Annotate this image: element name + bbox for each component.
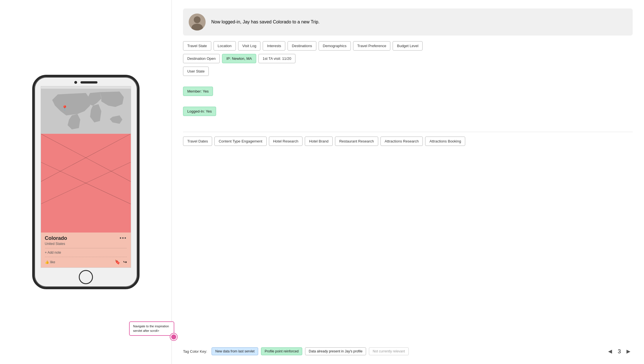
svg-point-9 xyxy=(192,24,203,30)
tags-row-2: Destination OpenIP: Newton, MA1st TA vis… xyxy=(183,54,633,63)
tag-1st-ta-visit:-11/20[interactable]: 1st TA visit: 11/20 xyxy=(258,54,295,63)
notification-bar: Now logged-in, Jay has saved Colorado to… xyxy=(183,8,633,36)
notification-text: Now logged-in, Jay has saved Colorado to… xyxy=(211,19,319,25)
phone-map-area: 📍 xyxy=(41,89,131,134)
user-state-tag-logged-in-yes[interactable]: Logged-In: Yes xyxy=(183,107,216,116)
phone-camera-icon xyxy=(74,81,77,84)
bookmark-icon[interactable]: 🔖 xyxy=(115,259,120,265)
tab-hotel-brand[interactable]: Hotel Brand xyxy=(305,137,333,146)
tag-location[interactable]: Location xyxy=(214,41,236,51)
page-number: 3 xyxy=(618,348,621,355)
prev-button[interactable]: ◀ xyxy=(606,347,614,356)
phone-menu-dots[interactable]: ••• xyxy=(120,235,127,241)
next-button[interactable]: ▶ xyxy=(624,347,633,356)
right-panel: Now logged-in, Jay has saved Colorado to… xyxy=(172,0,644,364)
phone-info-area: Colorado ••• United States + Add note 👍 … xyxy=(41,233,131,267)
phone-like-btn[interactable]: 👍 like xyxy=(45,260,55,264)
footer-key-not-relevant: Not currently relevant xyxy=(369,347,408,355)
tab-content-type-engagement[interactable]: Content Type Engagement xyxy=(214,137,266,146)
tab-restaurant-research[interactable]: Restaurant Research xyxy=(335,137,378,146)
phone-divider xyxy=(45,248,127,248)
svg-point-8 xyxy=(194,16,201,23)
phone-top-bar xyxy=(34,77,137,84)
footer-key-reinforced: Profile point reinforced xyxy=(261,347,302,355)
tooltip-text: Navigate to the inspiration servlet afte… xyxy=(133,324,169,332)
footer: Tag Color Key: New data from last servle… xyxy=(172,347,644,356)
tag-interests[interactable]: Interests xyxy=(263,41,285,51)
tags-section: Travel StateLocationVisit LogInterestsDe… xyxy=(183,41,633,124)
tag-travel-state[interactable]: Travel State xyxy=(183,41,211,51)
tag-ip:-newton,-ma[interactable]: IP: Newton, MA xyxy=(222,54,256,63)
tag-budget-level[interactable]: Budget Level xyxy=(393,41,423,51)
like-icon: 👍 xyxy=(45,260,49,264)
like-label: like xyxy=(50,260,55,264)
user-state-tag-member-yes[interactable]: Member: Yes xyxy=(183,87,213,96)
footer-label: Tag Color Key: xyxy=(183,349,207,354)
tag-visit-log[interactable]: Visit Log xyxy=(238,41,261,51)
bottom-tabs-row: Travel DatesContent Type EngagementHotel… xyxy=(183,132,633,146)
footer-nav: ◀ 3 ▶ xyxy=(606,347,633,356)
phone-location-country: United States xyxy=(45,242,127,246)
phone-image-area xyxy=(41,134,131,233)
user-state-section: User StateMember: YesLogged-In: Yes xyxy=(183,67,633,124)
tab-hotel-research[interactable]: Hotel Research xyxy=(269,137,303,146)
phone-home-button[interactable] xyxy=(79,270,93,284)
phone-status-bar xyxy=(41,86,131,89)
phone-frame: 📍 Colorado ••• United States + Add note xyxy=(32,75,140,289)
phone-speaker xyxy=(80,81,97,84)
tag-destinations[interactable]: Destinations xyxy=(288,41,316,51)
share-icon[interactable]: ↪ xyxy=(123,259,127,265)
phone-screen: 📍 Colorado ••• United States + Add note xyxy=(41,86,131,268)
user-state-tag-user-state[interactable]: User State xyxy=(183,67,209,76)
tag-destination-open[interactable]: Destination Open xyxy=(183,54,220,63)
phone-actions-row: 👍 like 🔖 ↪ xyxy=(45,259,127,265)
tab-attractions-research[interactable]: Attractions Research xyxy=(380,137,423,146)
tooltip-dot xyxy=(170,334,177,340)
left-panel: 📍 Colorado ••• United States + Add note xyxy=(0,0,172,364)
tag-demographics[interactable]: Demographics xyxy=(319,41,351,51)
phone-action-icons: 🔖 ↪ xyxy=(115,259,127,265)
tooltip-box: Navigate to the inspiration servlet afte… xyxy=(129,321,174,336)
phone-location-name: Colorado xyxy=(45,235,67,241)
avatar xyxy=(189,14,206,30)
svg-text:📍: 📍 xyxy=(62,105,68,111)
tab-attractions-booking[interactable]: Attractions Booking xyxy=(425,137,465,146)
phone-add-note-btn[interactable]: + Add note xyxy=(45,251,127,255)
footer-key-new-data: New data from last servlet xyxy=(212,347,258,355)
tag-travel-preference[interactable]: Travel Preference xyxy=(353,41,391,51)
tab-travel-dates[interactable]: Travel Dates xyxy=(183,137,212,146)
tags-row-1: Travel StateLocationVisit LogInterestsDe… xyxy=(183,41,633,51)
footer-key-present: Data already present in Jay's profile xyxy=(305,347,366,355)
